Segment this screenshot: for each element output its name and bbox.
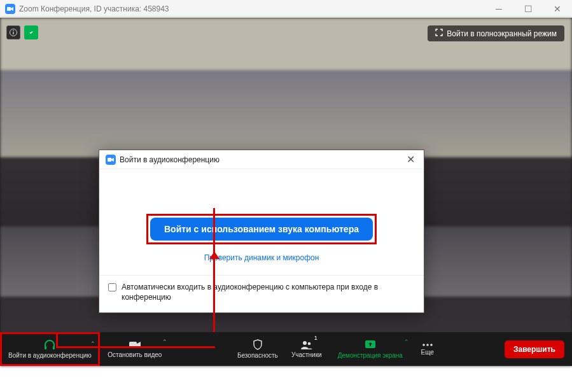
meeting-info-badges <box>6 25 38 39</box>
svg-point-13 <box>430 344 433 346</box>
minimize-button[interactable]: ─ <box>484 0 513 18</box>
audio-join-dialog: Войти в аудиоконференцию ✕ Войти с испол… <box>99 150 424 313</box>
more-dots-icon <box>421 342 434 347</box>
chevron-up-icon[interactable]: ⌃ <box>90 340 95 347</box>
svg-point-12 <box>426 344 429 346</box>
svg-point-11 <box>422 344 425 346</box>
zoom-app-icon <box>106 155 116 165</box>
chevron-up-icon[interactable]: ⌃ <box>162 339 167 345</box>
join-computer-audio-button[interactable]: Войти с использованием звука компьютера <box>150 218 373 241</box>
dialog-title: Войти в аудиоконференцию <box>120 155 404 164</box>
window-titlebar: Zoom Конференция, ID участника: 458943 ─… <box>0 0 572 18</box>
auto-join-label[interactable]: Автоматически входить в аудиоконференцию… <box>122 282 415 302</box>
window-title: Zoom Конференция, ID участника: 458943 <box>19 4 484 13</box>
fullscreen-label: Войти в полноэкранный режим <box>447 29 557 38</box>
chevron-up-icon[interactable]: ⌃ <box>404 339 409 345</box>
annotation-highlight: Войти с использованием звука компьютера <box>146 214 377 244</box>
svg-rect-3 <box>13 31 13 31</box>
dialog-close-button[interactable]: ✕ <box>404 152 417 167</box>
svg-point-9 <box>307 342 310 346</box>
toolbar-label: Войти в аудиоконференцию <box>8 352 92 359</box>
video-area: Войти в полноэкранный режим Войти в ауди… <box>0 18 572 366</box>
zoom-app-icon <box>5 4 15 14</box>
fullscreen-button[interactable]: Войти в полноэкранный режим <box>428 25 564 41</box>
video-camera-icon <box>129 340 141 350</box>
stop-video-button[interactable]: Остановить видео ⌃ <box>100 332 170 366</box>
headphones-icon <box>43 339 56 351</box>
toolbar-label: Остановить видео <box>108 351 162 358</box>
participants-button[interactable]: 1 Участники <box>284 332 329 366</box>
meeting-toolbar: Войти в аудиоконференцию ⌃ Остановить ви… <box>0 332 572 366</box>
fullscreen-icon <box>435 29 443 38</box>
share-screen-icon <box>364 339 377 351</box>
auto-join-checkbox[interactable] <box>108 283 116 291</box>
svg-rect-4 <box>108 158 111 162</box>
svg-rect-0 <box>7 7 11 11</box>
participants-icon <box>300 340 313 350</box>
toolbar-label: Безопасность <box>237 352 278 359</box>
participant-count: 1 <box>314 335 317 341</box>
dialog-titlebar: Войти в аудиоконференцию ✕ <box>99 150 424 169</box>
more-button[interactable]: Еще <box>412 332 443 366</box>
toolbar-label: Участники <box>291 351 322 358</box>
dialog-body: Войти с использованием звука компьютера … <box>99 169 424 275</box>
dialog-footer: Автоматически входить в аудиоконференцию… <box>99 275 424 312</box>
shield-icon <box>252 339 263 351</box>
svg-rect-2 <box>13 32 13 34</box>
svg-rect-5 <box>45 346 46 349</box>
end-meeting-button[interactable]: Завершить <box>505 340 564 358</box>
maximize-button[interactable]: ☐ <box>513 0 543 18</box>
toolbar-label: Демонстрация экрана <box>338 352 403 359</box>
svg-point-8 <box>303 341 307 345</box>
share-screen-button[interactable]: Демонстрация экрана ⌃ <box>329 332 412 366</box>
svg-rect-6 <box>53 346 55 349</box>
meeting-info-icon[interactable] <box>6 25 20 39</box>
toolbar-label: Еще <box>421 349 434 356</box>
test-speaker-mic-link[interactable]: Проверить динамик и микрофон <box>118 253 405 262</box>
svg-rect-7 <box>129 342 137 348</box>
join-audio-button[interactable]: Войти в аудиоконференцию ⌃ <box>0 332 100 366</box>
close-window-button[interactable]: ✕ <box>543 0 572 18</box>
encryption-shield-icon[interactable] <box>24 25 38 39</box>
security-button[interactable]: Безопасность <box>231 332 284 366</box>
